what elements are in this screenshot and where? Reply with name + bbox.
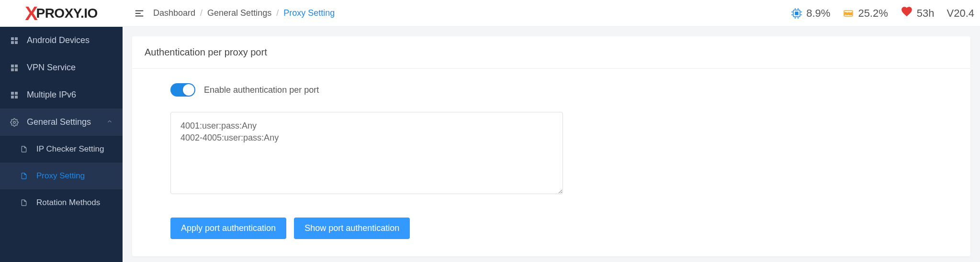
svg-rect-9 (15, 92, 18, 95)
show-port-auth-button[interactable]: Show port authentication (294, 218, 410, 239)
sidebar-item-label: IP Checker Setting (36, 144, 104, 154)
grid-icon (10, 63, 19, 73)
svg-rect-17 (795, 12, 798, 15)
ram-icon: RAM (843, 8, 854, 19)
content-area: Authentication per proxy port Enable aut… (123, 27, 980, 262)
heart-icon (901, 5, 913, 21)
sidebar-subitem-proxy-setting[interactable]: Proxy Setting (0, 163, 123, 189)
logo-text: PROXY.IO (36, 6, 97, 21)
breadcrumb-dashboard[interactable]: Dashboard (153, 8, 195, 18)
breadcrumb-proxy-setting: Proxy Setting (283, 8, 335, 18)
menu-toggle-icon[interactable] (134, 8, 145, 19)
document-icon (19, 171, 29, 181)
svg-rect-0 (11, 37, 14, 40)
sidebar-item-general-settings[interactable]: General Settings (0, 109, 123, 136)
svg-text:RAM: RAM (845, 12, 853, 15)
sidebar-item-label: Multiple IPv6 (27, 90, 76, 100)
svg-rect-6 (11, 68, 14, 71)
sidebar-item-label: VPN Service (27, 63, 76, 73)
ram-value: 25.2% (858, 7, 888, 20)
svg-rect-5 (15, 65, 18, 67)
breadcrumb-general-settings[interactable]: General Settings (207, 8, 271, 18)
uptime-value: 53h (917, 7, 935, 20)
sidebar: X PROXY.IO Android Devices VPN Service M… (0, 0, 123, 262)
main: Dashboard / General Settings / Proxy Set… (123, 0, 980, 262)
sidebar-item-android-devices[interactable]: Android Devices (0, 27, 123, 54)
svg-rect-1 (15, 37, 18, 40)
svg-rect-4 (11, 65, 14, 67)
ram-stat: RAM 25.2% (843, 7, 888, 20)
svg-rect-8 (11, 92, 14, 95)
document-icon (19, 198, 29, 207)
sidebar-item-multiple-ipv6[interactable]: Multiple IPv6 (0, 81, 123, 109)
document-icon (19, 144, 29, 154)
sidebar-subitem-rotation-methods[interactable]: Rotation Methods (0, 189, 123, 216)
card-title: Authentication per proxy port (132, 36, 970, 69)
svg-rect-3 (15, 41, 18, 44)
port-auth-textarea[interactable] (170, 112, 563, 194)
grid-icon (10, 90, 19, 100)
apply-port-auth-button[interactable]: Apply port authentication (170, 218, 286, 239)
svg-rect-2 (11, 41, 14, 44)
version-value: V20.4 (947, 7, 975, 20)
cpu-icon (791, 8, 802, 19)
toggle-row: Enable authentication per port (170, 83, 932, 97)
topbar-stats: 8.9% RAM 25.2% 53h V20.4 (791, 5, 974, 21)
topbar: Dashboard / General Settings / Proxy Set… (123, 0, 980, 27)
svg-rect-10 (11, 96, 14, 98)
chevron-up-icon (106, 117, 113, 127)
toggle-knob (183, 84, 194, 96)
sidebar-item-label: Android Devices (27, 35, 90, 45)
toggle-label: Enable authentication per port (204, 85, 319, 95)
svg-rect-11 (15, 96, 18, 98)
breadcrumb-separator: / (276, 8, 279, 18)
sidebar-subitem-ip-checker[interactable]: IP Checker Setting (0, 136, 123, 163)
card-body: Enable authentication per port Apply por… (132, 69, 970, 256)
sidebar-item-vpn-service[interactable]: VPN Service (0, 54, 123, 81)
breadcrumb-separator: / (200, 8, 203, 18)
button-row: Apply port authentication Show port auth… (170, 218, 932, 239)
gear-icon (10, 118, 19, 127)
sidebar-item-label: General Settings (27, 117, 91, 127)
breadcrumb: Dashboard / General Settings / Proxy Set… (153, 8, 335, 18)
sidebar-item-label: Proxy Setting (36, 171, 85, 181)
enable-auth-toggle[interactable] (170, 83, 195, 97)
uptime-stat: 53h (901, 5, 935, 21)
svg-rect-7 (15, 68, 18, 71)
auth-card: Authentication per proxy port Enable aut… (132, 36, 970, 256)
logo: X PROXY.IO (0, 0, 123, 27)
grid-icon (10, 36, 19, 45)
cpu-value: 8.9% (806, 7, 830, 20)
svg-point-12 (13, 121, 16, 123)
sidebar-item-label: Rotation Methods (36, 198, 100, 207)
cpu-stat: 8.9% (791, 7, 830, 20)
